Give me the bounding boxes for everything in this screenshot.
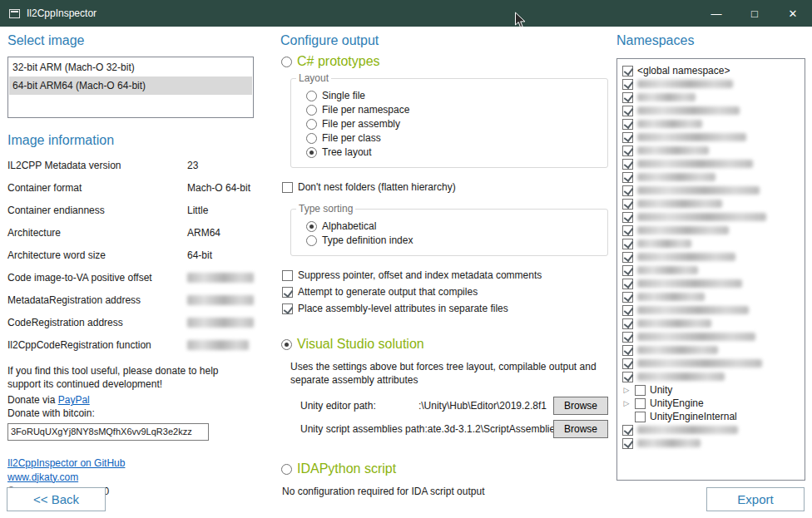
radio-label: Single file (322, 90, 365, 101)
namespace-item[interactable] (622, 197, 800, 210)
namespace-item[interactable] (622, 343, 800, 357)
namespace-item[interactable] (622, 437, 800, 450)
namespace-item[interactable] (622, 303, 800, 317)
namespace-item[interactable] (622, 423, 800, 437)
browse-script-assemblies-button[interactable]: Browse (553, 420, 608, 438)
radio-option[interactable]: File per assembly (306, 118, 599, 130)
checkbox-option[interactable]: Attempt to generate output that compiles (282, 286, 608, 298)
namespace-item[interactable] (622, 210, 800, 224)
namespace-checkbox[interactable] (622, 332, 633, 343)
export-button[interactable]: Export (706, 487, 805, 511)
radio-option[interactable]: File per class (306, 132, 599, 144)
checkbox-option[interactable]: Suppress pointer, offset and index metad… (282, 269, 608, 282)
info-label: Architecture (7, 227, 187, 239)
flatten-hierarchy-checkbox[interactable]: Don't nest folders (flatten hierarchy) (282, 181, 608, 194)
namespace-checkbox[interactable] (622, 425, 633, 436)
namespace-item[interactable] (622, 117, 800, 131)
namespace-item[interactable] (622, 224, 800, 237)
redacted-namespace (637, 239, 691, 248)
radio-option[interactable]: File per namespace (306, 104, 599, 116)
expander-icon[interactable]: ▷ (622, 399, 631, 407)
namespace-label: <global namespace> (637, 65, 730, 76)
namespace-checkbox[interactable] (622, 106, 633, 116)
namespace-item[interactable] (622, 277, 800, 290)
radio-idapython-script[interactable]: IDAPython script (281, 461, 608, 476)
github-link[interactable]: Il2CppInspector on GitHub (7, 457, 125, 469)
namespace-checkbox[interactable] (622, 146, 633, 156)
radio-option[interactable]: Single file (306, 90, 599, 101)
namespace-item[interactable] (622, 144, 800, 157)
namespace-checkbox[interactable] (635, 412, 646, 422)
namespace-item[interactable] (622, 290, 800, 303)
expander-icon[interactable]: ▷ (622, 386, 631, 394)
namespace-checkbox[interactable] (622, 132, 633, 143)
unity-editor-path-value[interactable]: :\Unity\Hub\Editor\2019.2.8f1 (376, 400, 553, 412)
namespace-item[interactable] (622, 357, 800, 370)
layout-groupbox: Layout Single fileFile per namespaceFile… (290, 78, 608, 168)
namespace-item[interactable] (622, 237, 800, 250)
namespace-checkbox[interactable] (622, 239, 633, 249)
browse-editor-path-button[interactable]: Browse (553, 397, 608, 415)
radio-csharp-prototypes[interactable]: C# prototypes (281, 54, 608, 69)
image-list-item[interactable]: 64-bit ARM64 (Mach-O 64-bit) (9, 76, 252, 95)
namespace-item[interactable] (622, 91, 800, 104)
namespaces-listbox[interactable]: <global namespace>▷Unity▷UnityEngineUnit… (616, 58, 805, 481)
namespace-checkbox[interactable] (622, 212, 633, 223)
namespace-checkbox[interactable] (622, 265, 633, 276)
namespace-checkbox[interactable] (622, 279, 633, 289)
checkbox-option[interactable]: Place assembly-level attributes in separ… (282, 303, 608, 315)
close-button[interactable]: ✕ (774, 0, 812, 27)
namespace-checkbox[interactable] (622, 92, 633, 103)
namespace-label: UnityEngine (650, 397, 704, 409)
namespace-checkbox[interactable] (622, 159, 633, 170)
image-list-item[interactable]: 32-bit ARM (Mach-O 32-bit) (9, 58, 252, 76)
namespace-checkbox[interactable] (635, 398, 646, 409)
namespace-item[interactable] (622, 370, 800, 383)
namespace-item[interactable] (622, 264, 800, 277)
namespace-item[interactable] (622, 77, 800, 91)
namespace-checkbox[interactable] (622, 185, 633, 196)
redacted-namespace (637, 319, 711, 328)
namespace-checkbox[interactable] (622, 358, 633, 369)
namespace-item[interactable] (622, 250, 800, 264)
redacted-value (187, 318, 254, 328)
namespace-item[interactable]: ▷UnityEngine (622, 397, 800, 410)
namespace-item[interactable] (622, 330, 800, 343)
namespace-checkbox[interactable] (622, 345, 633, 356)
paypal-link[interactable]: PayPal (58, 394, 90, 406)
namespace-checkbox[interactable] (622, 252, 633, 263)
maximize-button[interactable]: □ (735, 0, 774, 27)
namespace-item[interactable]: UnityEngineInternal (622, 410, 800, 423)
namespace-checkbox[interactable] (622, 66, 633, 76)
radio-option[interactable]: Type definition index (306, 234, 599, 246)
namespace-checkbox[interactable] (622, 199, 633, 210)
radio-visual-studio-solution[interactable]: Visual Studio solution (281, 337, 608, 352)
redacted-namespace (637, 186, 760, 195)
namespace-checkbox[interactable] (622, 225, 633, 236)
namespace-item[interactable]: <global namespace> (622, 64, 800, 77)
namespace-checkbox[interactable] (622, 172, 633, 183)
namespace-checkbox[interactable] (622, 372, 633, 382)
namespace-item[interactable] (622, 317, 800, 330)
namespace-item[interactable] (622, 184, 800, 197)
website-link[interactable]: www.djkaty.com (7, 471, 78, 483)
namespace-checkbox[interactable] (622, 438, 633, 449)
namespace-checkbox[interactable] (635, 385, 646, 396)
image-listbox[interactable]: 32-bit ARM (Mach-O 32-bit)64-bit ARM64 (… (7, 57, 254, 118)
unity-script-assemblies-path-value[interactable]: ate.3d-3.1.2\ScriptAssemblies (428, 423, 553, 435)
namespace-item[interactable] (622, 157, 800, 170)
namespace-checkbox[interactable] (622, 292, 633, 303)
namespace-checkbox[interactable] (622, 305, 633, 316)
back-button[interactable]: << Back (7, 487, 106, 511)
bitcoin-address-input[interactable] (7, 423, 209, 441)
namespace-item[interactable] (622, 131, 800, 144)
namespace-checkbox[interactable] (622, 119, 633, 130)
namespace-item[interactable] (622, 170, 800, 184)
radio-option[interactable]: Alphabetical (306, 220, 599, 232)
namespace-checkbox[interactable] (622, 79, 633, 90)
namespace-item[interactable]: ▷Unity (622, 383, 800, 397)
minimize-button[interactable]: — (697, 0, 735, 27)
namespace-item[interactable] (622, 104, 800, 117)
radio-option[interactable]: Tree layout (306, 146, 599, 158)
namespace-checkbox[interactable] (622, 318, 633, 329)
